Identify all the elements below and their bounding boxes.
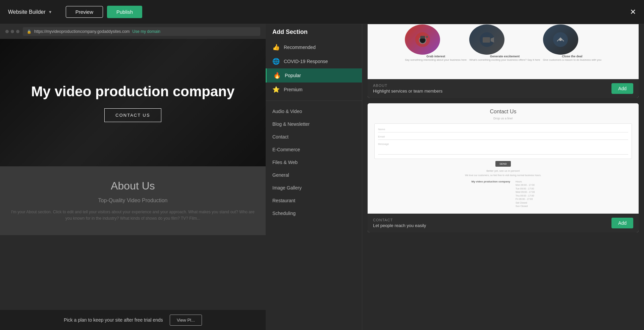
contact-footer-company: My video production company — [471, 180, 510, 208]
contact-card-info: CONTACT Let people reach you easily — [373, 218, 426, 228]
nav-label-covid: COVID-19 Response — [284, 59, 328, 64]
trial-bar: Pick a plan to keep your site after free… — [0, 310, 266, 330]
lock-icon: 🔒 — [27, 30, 32, 34]
nav-label-premium: Premium — [284, 87, 303, 92]
svg-rect-3 — [420, 36, 425, 39]
contact-card-footer: CONTACT Let people reach you easily Add — [368, 214, 639, 232]
view-plans-button[interactable]: View Pl... — [170, 315, 202, 326]
recommended-icon: 👍 — [272, 44, 280, 51]
category-general[interactable]: General — [266, 169, 362, 181]
form-field-message: Message — [378, 141, 628, 155]
add-about-button[interactable]: Add — [611, 83, 633, 94]
contact-preview-sub: Drop us a line! — [374, 117, 632, 120]
contact-separator: Better yet, see us in person! — [374, 169, 632, 172]
brand-logo: Website Builder ▼ — [8, 9, 52, 15]
brand-name: Website Builder — [8, 9, 46, 15]
trial-text: Pick a plan to keep your site after free… — [64, 317, 163, 323]
contact-card-type: CONTACT — [373, 218, 426, 222]
use-domain-link[interactable]: Use my domain — [132, 29, 160, 34]
contact-card-desc: Let people reach you easily — [373, 223, 426, 228]
category-contact[interactable]: Contact — [266, 130, 362, 143]
category-image-gallery[interactable]: Image Gallery — [266, 181, 362, 194]
caption-title-1: Grab interest — [405, 55, 467, 58]
contact-footer-row: My video production company Hours Mon 09… — [374, 180, 632, 208]
nav-divider — [266, 101, 362, 101]
dot-1 — [5, 30, 9, 33]
preview-button[interactable]: Preview — [66, 6, 103, 18]
nav-label-popular: Popular — [285, 73, 301, 78]
contact-preview-title: Contact Us — [374, 109, 632, 115]
svg-rect-6 — [483, 37, 490, 43]
nav-item-recommended[interactable]: 👍 Recommended — [266, 40, 362, 54]
side-panel: Add Section 👍 Recommended 🌐 COVID-19 Res… — [266, 0, 362, 330]
close-button[interactable]: ✕ — [630, 8, 636, 16]
contact-card-preview: Contact Us Drop us a line! Name Email Me… — [368, 103, 639, 214]
nav-label-recommended: Recommended — [284, 45, 316, 50]
svg-point-4 — [426, 36, 428, 38]
browser-bar: 🔒 https://myvideoproductioncompany.godad… — [0, 24, 266, 39]
hero-content: My video production company CONTACT US — [24, 76, 241, 128]
nav-item-covid[interactable]: 🌐 COVID-19 Response — [266, 54, 362, 68]
preview-area: 🔒 https://myvideoproductioncompany.godad… — [0, 24, 266, 330]
camera-svg — [414, 31, 431, 48]
hero-title: My video production company — [31, 83, 235, 100]
category-blog-newsletter[interactable]: Blog & Newsletter — [266, 118, 362, 130]
deal-svg — [552, 31, 569, 48]
brand-chevron-icon: ▼ — [48, 10, 52, 14]
about-card-desc: Highlight services or team members — [373, 89, 442, 94]
about-preview-images: Grab interest Say something interesting … — [374, 24, 632, 62]
dot-3 — [16, 30, 19, 33]
contact-submit-mock: SEND — [495, 161, 511, 167]
form-field-email: Email — [378, 134, 628, 140]
caption-sub-3: Give customers a reason to do business w… — [543, 58, 601, 62]
dot-2 — [11, 30, 14, 33]
caption-title-3: Close the deal — [543, 55, 601, 58]
browser-url-bar: 🔒 https://myvideoproductioncompany.godad… — [23, 27, 260, 36]
about-card-info: ABOUT Highlight services or team members — [373, 84, 442, 94]
add-contact-button[interactable]: Add — [611, 218, 633, 228]
browser-dots — [5, 30, 19, 33]
svg-point-9 — [559, 38, 562, 41]
about-section: About Us Top-Quality Video Production I'… — [0, 166, 266, 235]
category-restaurant[interactable]: Restaurant — [266, 194, 362, 207]
category-audio-video[interactable]: Audio & Video — [266, 105, 362, 118]
contact-footer-hours: Hours Mon 09:00 - 17:00 Tue 09:00 - 17:0… — [516, 180, 535, 208]
about-img-3 — [543, 24, 578, 55]
category-ecommerce[interactable]: E-Commerce — [266, 143, 362, 156]
publish-button[interactable]: Publish — [107, 6, 142, 18]
about-card-type: ABOUT — [373, 84, 442, 88]
content-panel: About Us Grab interest Say something int… — [362, 0, 644, 330]
nav-item-popular[interactable]: 🔥 Popular — [266, 68, 362, 82]
category-items: Audio & Video Blog & Newsletter Contact … — [266, 104, 362, 221]
add-section-header: Add Section — [266, 22, 362, 39]
top-bar: Website Builder ▼ Preview Publish ✕ — [0, 0, 644, 24]
premium-icon: ⭐ — [272, 86, 280, 93]
contact-form-mock: Name Email Message — [374, 123, 632, 159]
about-body: I'm your About section. Click to edit an… — [10, 209, 256, 222]
svg-point-2 — [420, 38, 425, 43]
covid-icon: 🌐 — [272, 58, 280, 65]
form-field-name: Name — [378, 126, 628, 132]
category-files-web[interactable]: Files & Web — [266, 156, 362, 169]
caption-title-2: Generate excitement — [469, 55, 540, 58]
hero-section: My video production company CONTACT US — [0, 39, 266, 166]
about-subtitle: Top-Quality Video Production — [10, 198, 256, 204]
category-scheduling[interactable]: Scheduling — [266, 207, 362, 220]
contact-section-card: Contact Us Drop us a line! Name Email Me… — [368, 103, 639, 232]
about-card-footer: ABOUT Highlight services or team members… — [368, 79, 639, 98]
about-section-title: About Us — [10, 180, 256, 192]
contact-address-mock: We love our customers, so feel free to v… — [374, 174, 632, 177]
nav-item-premium[interactable]: ⭐ Premium — [266, 82, 362, 97]
caption-sub-1: Say something interesting about your bus… — [405, 58, 467, 62]
about-img-1 — [405, 24, 440, 55]
hero-cta-button[interactable]: CONTACT US — [104, 108, 161, 122]
top-bar-actions: Preview Publish — [66, 6, 143, 18]
url-text: https://myvideoproductioncompany.godaddy… — [34, 29, 130, 34]
popular-icon: 🔥 — [273, 72, 281, 79]
video-svg — [479, 31, 495, 48]
about-img-2 — [469, 24, 504, 55]
caption-sub-2: What's something exciting your business … — [469, 58, 540, 62]
nav-items: 👍 Recommended 🌐 COVID-19 Response 🔥 Popu… — [266, 39, 362, 98]
